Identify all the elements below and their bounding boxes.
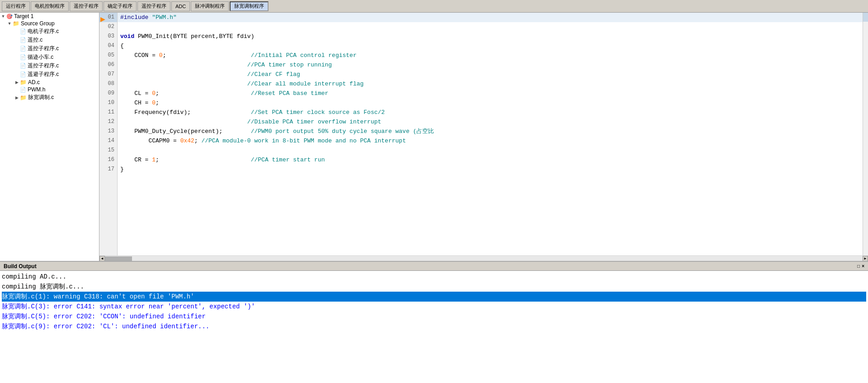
build-line-6: 脉宽调制.c(9): error C202: 'CL': undefined i… (2, 322, 866, 331)
build-line-4: 脉宽调制.C(3): error C141: syntax error near… (2, 302, 866, 312)
line-num-13: 13 (99, 127, 117, 136)
sidebar-item-yaokongzichengxu[interactable]: 📄 遥控子程序.c (0, 44, 99, 53)
file-icon-6: 📄 (20, 71, 26, 77)
file-label-5: 遥控子程序.c (28, 62, 59, 70)
code-line-17: } (118, 165, 863, 174)
code-line-13: PWM0_Duty_Cycle(percent); //PWM0 port ou… (118, 127, 863, 136)
line-num-07: 07 (99, 70, 117, 79)
code-line-10: CH = 0; (118, 98, 863, 108)
editor-scroll[interactable]: ▶ 01 02 03 04 05 06 07 08 09 10 11 12 13 (99, 13, 868, 255)
code-line-14: CCAPM0 = 0x42; //PCA module-0 work in 8-… (118, 136, 863, 146)
toolbar: 运行程序 电机控制程序 遥控子程序 确定子程序 遥控子程序 ADC 脉冲调制程序… (0, 0, 868, 13)
line-num-05: 05 (99, 51, 117, 60)
sidebar-item-sourcegroup1[interactable]: ▼ 📁 Source Group (0, 20, 99, 27)
code-line-09: CL = 0; //Reset PCA base timer (118, 89, 863, 98)
line-num-17: 17 (99, 165, 117, 174)
editor-bottom-scrollbar: ◀ ▶ (99, 255, 868, 261)
line-num-09: 09 (99, 89, 117, 98)
build-header-icons: □ × (857, 264, 864, 269)
build-output-header: Build Output □ × (0, 262, 868, 271)
minimize-icon[interactable]: □ (857, 264, 860, 269)
expand-icon-sg1: ▼ (7, 21, 12, 26)
arrow-indicator: ▶ (100, 14, 105, 24)
file-label-1: 电机子程序.c (28, 28, 59, 35)
scrollbar-left-arrow[interactable]: ◀ (99, 256, 105, 261)
pwmc-label: 脉宽调制.c (28, 94, 54, 101)
target-icon: 🎯 (6, 14, 13, 19)
file-icon-1: 📄 (20, 28, 26, 34)
line-num-08: 08 (99, 79, 117, 89)
file-label-4: 循迹小车.c (28, 53, 53, 61)
toolbar-btn-1[interactable]: 运行程序 (2, 1, 30, 11)
sidebar-item-yaokongzichengxu2[interactable]: 📄 遥控子程序.c (0, 61, 99, 70)
code-line-06: //PCA timer stop running (118, 60, 863, 70)
line-numbers: 01 02 03 04 05 06 07 08 09 10 11 12 13 1… (99, 13, 118, 255)
file-icon-5: 📄 (20, 63, 26, 69)
file-icon-4: 📄 (20, 54, 26, 60)
code-line-12: //Disable PCA timer overflow interrupt (118, 117, 863, 127)
folder-icon-pwmc: 📁 (20, 95, 27, 101)
close-icon[interactable]: × (862, 264, 864, 269)
file-icon-3: 📄 (20, 46, 26, 52)
sidebar-item-yaokong[interactable]: 📄 遥控.c (0, 36, 99, 44)
code-line-15 (118, 146, 863, 155)
toolbar-btn-3[interactable]: 遥控子程序 (70, 1, 103, 11)
pwmh-label: PWM.h (28, 86, 45, 93)
build-line-2: compiling 脉宽调制.c... (2, 282, 866, 292)
folder-icon-adc: 📁 (20, 79, 27, 85)
expand-icon-pwmc: ▶ (14, 95, 19, 100)
code-line-16: CR = 1; //PCA timer start run (118, 155, 863, 165)
code-line-07: //Clear CF flag (118, 70, 863, 79)
line-num-16: 16 (99, 155, 117, 165)
code-lines[interactable]: #include "PWM.h" void PWM0_Init(BYTE per… (118, 13, 863, 255)
toolbar-btn-2[interactable]: 电机控制程序 (31, 1, 69, 11)
file-label-2: 遥控.c (28, 36, 42, 44)
adc-label: AD.c (28, 79, 40, 85)
line-num-14: 14 (99, 136, 117, 146)
line-num-12: 12 (99, 117, 117, 127)
line-num-03: 03 (99, 32, 117, 41)
line-num-06: 06 (99, 60, 117, 70)
editor-container: ▶ 01 02 03 04 05 06 07 08 09 10 11 12 13 (99, 13, 868, 261)
build-output-content[interactable]: compiling AD.c... compiling 脉宽调制.c... 脉宽… (0, 271, 868, 383)
code-line-05: CCON = 0; //Initial PCA control register (118, 51, 863, 60)
line-num-15: 15 (99, 146, 117, 155)
code-line-08: //Clear all module interrupt flag (118, 79, 863, 89)
toolbar-btn-5[interactable]: 遥控子程序 (137, 1, 170, 11)
editor-right-scrollbar[interactable] (863, 13, 868, 255)
file-icon-pwmh: 📄 (20, 87, 26, 93)
file-label-6: 遥避子程序.c (28, 71, 59, 78)
sourcegroup1-label: Source Group (21, 20, 55, 27)
build-line-1: compiling AD.c... (2, 272, 866, 282)
toolbar-btn-6[interactable]: ADC (171, 1, 190, 11)
code-area: ▶ 01 02 03 04 05 06 07 08 09 10 11 12 13 (99, 13, 868, 255)
code-line-04: { (118, 41, 863, 51)
sidebar-item-xunjiziche[interactable]: 📄 循迹小车.c (0, 53, 99, 61)
scrollbar-right-arrow[interactable]: ▶ (863, 256, 868, 261)
build-line-3[interactable]: 脉宽调制.c(1): warning C318: can't open file… (2, 292, 866, 302)
line-num-04: 04 (99, 41, 117, 51)
code-line-02 (118, 22, 863, 32)
code-line-01: #include "PWM.h" (118, 13, 863, 22)
line-num-10: 10 (99, 98, 117, 108)
scrollbar-track[interactable] (105, 256, 863, 261)
toolbar-btn-8[interactable]: 脉宽调制程序 (230, 1, 269, 11)
sidebar: ▼ 🎯 Target 1 ▼ 📁 Source Group 📄 电机子程序.c … (0, 13, 99, 261)
toolbar-btn-7[interactable]: 脉冲调制程序 (191, 1, 229, 11)
expand-icon-adc: ▶ (14, 80, 19, 85)
sidebar-item-target1[interactable]: ▼ 🎯 Target 1 (0, 13, 99, 20)
sidebar-item-pwmh[interactable]: 📄 PWM.h (0, 86, 99, 93)
build-line-5: 脉宽调制.C(5): error C202: 'CCON': undefined… (2, 312, 866, 322)
code-line-11: Frequency(fdiv); //Set PCA timer clock s… (118, 108, 863, 117)
main-area: ▼ 🎯 Target 1 ▼ 📁 Source Group 📄 电机子程序.c … (0, 13, 868, 261)
sidebar-item-pwmc[interactable]: ▶ 📁 脉宽调制.c (0, 93, 99, 102)
sidebar-item-dianjizichengxu[interactable]: 📄 电机子程序.c (0, 27, 99, 36)
expand-icon-target1: ▼ (1, 14, 5, 19)
sidebar-item-adc[interactable]: ▶ 📁 AD.c (0, 79, 99, 86)
sidebar-item-yaobizichengxu[interactable]: 📄 遥避子程序.c (0, 70, 99, 79)
line-num-11: 11 (99, 108, 117, 117)
file-icon-2: 📄 (20, 37, 26, 43)
toolbar-btn-4[interactable]: 确定子程序 (104, 1, 137, 11)
target1-label: Target 1 (14, 13, 33, 19)
build-output-title: Build Output (4, 263, 37, 270)
